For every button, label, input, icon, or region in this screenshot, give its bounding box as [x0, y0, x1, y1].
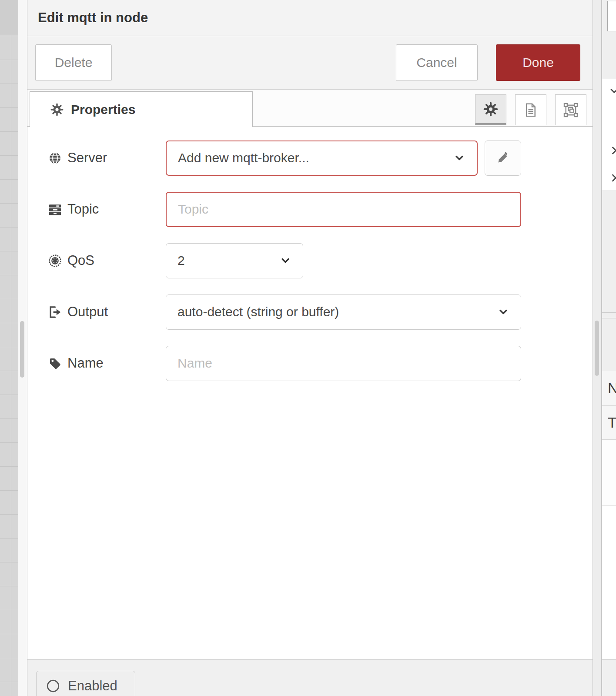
left-scrollbar-handle[interactable] — [20, 321, 24, 378]
gear-icon — [483, 101, 499, 117]
right-sidebar: N T — [602, 0, 616, 696]
dialog-action-buttons: Cancel Done — [396, 44, 593, 81]
sidebar-tab-partial[interactable] — [607, 1, 616, 31]
form-row-topic: Topic — [48, 191, 593, 227]
dialog-footer: Enabled — [27, 659, 593, 696]
sidebar-header — [602, 0, 616, 79]
cancel-button[interactable]: Cancel — [396, 44, 478, 81]
sidebar-footer — [602, 659, 616, 696]
sidebar-panel-block — [602, 190, 616, 371]
right-scrollbar-handle[interactable] — [595, 321, 599, 376]
topic-label: Topic — [48, 201, 166, 217]
tag-icon — [48, 357, 62, 370]
sidebar-content-block — [602, 440, 616, 506]
name-label-text: Name — [67, 355, 104, 371]
sidebar-info-row: T — [602, 406, 616, 440]
name-input[interactable] — [166, 346, 521, 381]
document-icon — [523, 102, 539, 118]
qos-label-text: QoS — [67, 253, 94, 268]
name-label: Name — [48, 355, 166, 371]
topic-list-icon — [48, 203, 62, 216]
delete-button[interactable]: Delete — [35, 44, 112, 81]
chevron-down-icon[interactable] — [608, 85, 616, 97]
chevron-right-icon[interactable] — [608, 172, 616, 184]
output-select[interactable]: auto-detect (string or buffer) — [166, 294, 521, 330]
edit-mqtt-node-dialog: Edit mqtt in node Delete Cancel Done — [27, 0, 593, 696]
dialog-header: Edit mqtt in node — [27, 0, 593, 36]
qos-label: QoS — [48, 253, 166, 268]
dialog-tab-bar: Properties — [27, 90, 593, 127]
form-row-server: Server Add new mqtt-broker... — [48, 140, 593, 176]
gear-icon — [50, 103, 64, 117]
topic-input[interactable] — [166, 192, 521, 227]
dialog-title: Edit mqtt in node — [38, 10, 148, 26]
dialog-button-row: Delete Cancel Done — [27, 36, 593, 90]
tray-right-gutter — [593, 0, 602, 696]
output-label: Output — [48, 304, 166, 320]
edit-server-button[interactable] — [485, 141, 521, 176]
sidebar-divider — [602, 318, 616, 318]
server-label: Server — [48, 150, 166, 166]
qos-select[interactable]: 2 — [166, 243, 303, 278]
chevron-down-icon — [497, 306, 509, 318]
sidebar-info-row: N — [602, 371, 616, 406]
qos-select-value: 2 — [177, 253, 185, 268]
server-label-text: Server — [67, 150, 107, 166]
node-enabled-toggle[interactable]: Enabled — [36, 671, 135, 696]
output-select-value: auto-detect (string or buffer) — [177, 304, 339, 319]
tab-properties-label: Properties — [71, 102, 135, 117]
globe-icon — [48, 151, 62, 165]
form-row-qos: QoS 2 — [48, 243, 593, 278]
flow-canvas[interactable] — [0, 0, 18, 696]
properties-form: Server Add new mqtt-broker... — [27, 127, 593, 381]
dialog-toolbar — [475, 94, 586, 125]
properties-tool-button[interactable] — [475, 94, 506, 125]
appearance-icon — [563, 102, 579, 118]
appearance-tool-button[interactable] — [555, 94, 586, 125]
circle-icon — [46, 679, 60, 693]
chevron-down-icon — [453, 152, 465, 164]
tray-left-gutter — [18, 0, 27, 696]
canvas-top-strip — [0, 0, 18, 35]
sign-out-icon — [48, 305, 62, 319]
description-tool-button[interactable] — [515, 94, 546, 125]
chevron-down-icon — [279, 254, 291, 267]
topic-label-text: Topic — [67, 201, 99, 217]
pencil-icon — [496, 151, 509, 164]
tab-properties[interactable]: Properties — [30, 91, 253, 127]
enabled-label: Enabled — [68, 678, 117, 694]
output-label-text: Output — [67, 304, 108, 320]
form-row-name: Name — [48, 345, 593, 381]
done-button[interactable]: Done — [496, 44, 580, 81]
sidebar-info-row-text: T — [608, 414, 616, 431]
server-select[interactable]: Add new mqtt-broker... — [166, 141, 478, 176]
chevron-right-icon[interactable] — [608, 144, 616, 157]
qos-empire-icon — [48, 254, 62, 268]
form-row-output: Output auto-detect (string or buffer) — [48, 294, 593, 330]
sidebar-divider — [602, 312, 616, 313]
sidebar-info-row-text: N — [608, 380, 616, 397]
server-select-value: Add new mqtt-broker... — [178, 151, 309, 165]
